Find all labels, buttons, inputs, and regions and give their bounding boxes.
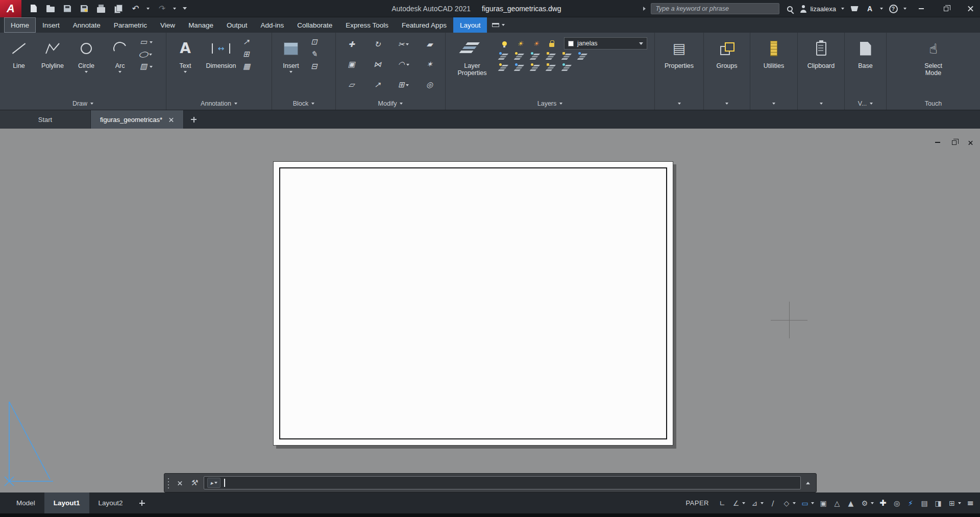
- drawing-area[interactable]: ⚒ ▸: [0, 129, 980, 493]
- save-button[interactable]: [62, 3, 72, 14]
- write-block-button[interactable]: ✎: [311, 51, 317, 58]
- ribbon-tab-manage[interactable]: Manage: [182, 17, 220, 33]
- arc-flyout-caret[interactable]: [118, 71, 121, 73]
- layer-lock-button[interactable]: [547, 53, 556, 61]
- graphics-performance-icon[interactable]: ⚡: [906, 498, 915, 508]
- trim-button[interactable]: ✂: [392, 36, 415, 53]
- move-button[interactable]: ✚: [340, 36, 363, 53]
- layer-lock-toggle[interactable]: [547, 39, 556, 47]
- panel-footer-touch[interactable]: Touch: [887, 97, 980, 110]
- mirror-button[interactable]: ⋈: [366, 57, 389, 73]
- redo-dropdown-caret[interactable]: [173, 8, 176, 10]
- ribbon-tab-parametric[interactable]: Parametric: [107, 17, 154, 33]
- hatch-button[interactable]: ▨: [140, 63, 153, 70]
- dimension-button[interactable]: ↔ Dimension: [203, 35, 239, 97]
- command-customize-button[interactable]: ⚒: [189, 477, 199, 488]
- line-button[interactable]: Line: [3, 35, 35, 97]
- ribbon-display-toggle[interactable]: [487, 17, 510, 33]
- maximize-button[interactable]: [936, 0, 955, 17]
- isolate-objects-icon[interactable]: ◎: [892, 498, 901, 508]
- units-icon[interactable]: ◨: [934, 498, 943, 508]
- layout2-tab[interactable]: Layout2: [89, 493, 132, 513]
- file-tab-close-icon[interactable]: [169, 117, 174, 122]
- minimize-button[interactable]: [912, 0, 931, 17]
- ribbon-tab-home[interactable]: Home: [4, 17, 36, 33]
- define-attributes-button[interactable]: ⊟: [311, 63, 317, 70]
- account-caret[interactable]: [841, 8, 844, 10]
- viewport-toggle-caret[interactable]: [811, 502, 814, 504]
- text-flyout-caret[interactable]: [184, 71, 187, 73]
- polar-tracking-caret[interactable]: [742, 502, 745, 504]
- ribbon-tab-collaborate[interactable]: Collaborate: [290, 17, 339, 33]
- layer-merge-button[interactable]: [547, 64, 556, 72]
- command-input-container[interactable]: ▸: [204, 476, 801, 489]
- layer-match-button[interactable]: [579, 53, 588, 61]
- qat-customize-caret[interactable]: [183, 7, 187, 10]
- ribbon-tab-featured-apps[interactable]: Featured Apps: [395, 17, 453, 33]
- save-as-button[interactable]: [79, 3, 89, 14]
- ribbon-tab-express-tools[interactable]: Express Tools: [339, 17, 395, 33]
- layer-on-toggle[interactable]: [500, 39, 509, 47]
- polar-tracking-icon[interactable]: ∠: [731, 498, 741, 508]
- layer-freeze-button[interactable]: [531, 53, 541, 61]
- command-history-caret[interactable]: [806, 482, 810, 484]
- explode-button[interactable]: ✶: [418, 57, 441, 73]
- text-button[interactable]: A Text: [169, 35, 201, 97]
- account-button[interactable]: lizaalexa: [800, 5, 836, 13]
- array-button[interactable]: ⊞: [392, 77, 415, 93]
- search-button[interactable]: [785, 3, 795, 15]
- layer-thaw-toggle[interactable]: ☀: [516, 39, 525, 47]
- utilities-button[interactable]: Utilities: [753, 35, 794, 97]
- panel-footer-layers[interactable]: Layers: [446, 97, 654, 110]
- open-button[interactable]: [45, 3, 56, 14]
- snap-corner-icon[interactable]: ∟: [718, 498, 727, 508]
- search-expand-chevron-icon[interactable]: [643, 7, 646, 11]
- new-layout-button[interactable]: [132, 500, 152, 506]
- autodesk-a-button[interactable]: A: [865, 3, 875, 15]
- layer-vp-freeze-toggle[interactable]: ☀: [531, 39, 541, 47]
- circle-button[interactable]: Circle: [70, 35, 102, 97]
- layer-delete-button[interactable]: [563, 64, 572, 72]
- panel-footer-clipboard[interactable]: [798, 97, 844, 110]
- drawing-restore-button[interactable]: [950, 139, 958, 146]
- command-close-button[interactable]: [175, 477, 184, 488]
- undo-button[interactable]: ↶: [130, 3, 140, 14]
- circle-flyout-caret[interactable]: [85, 71, 88, 73]
- properties-button[interactable]: ▤ Properties: [658, 35, 700, 97]
- recent-commands-button[interactable]: ▸: [207, 478, 220, 488]
- autocad-logo-button[interactable]: A: [0, 0, 21, 17]
- space-mode-label[interactable]: PAPER: [685, 499, 709, 507]
- help-button[interactable]: ?: [888, 3, 898, 15]
- command-input[interactable]: [229, 479, 797, 487]
- plot-button[interactable]: [96, 3, 106, 14]
- arc-button[interactable]: Arc: [104, 35, 136, 97]
- isometric-drafting-icon[interactable]: ◇: [782, 498, 791, 508]
- layer-unlock-button[interactable]: [563, 53, 572, 61]
- erase-button[interactable]: ▰: [418, 36, 441, 53]
- command-line-grip[interactable]: [167, 477, 170, 488]
- base-button[interactable]: Base: [848, 35, 883, 97]
- panel-footer-annotation[interactable]: Annotation: [166, 97, 272, 110]
- redo-button[interactable]: ↷: [156, 3, 166, 14]
- quick-properties-icon[interactable]: ⊞: [947, 498, 957, 508]
- layer-previous-button[interactable]: [500, 64, 509, 72]
- panel-footer-block[interactable]: Block: [272, 97, 335, 110]
- new-file-button[interactable]: [29, 3, 39, 14]
- file-tab-start[interactable]: Start: [0, 110, 91, 129]
- ribbon-tab-layout[interactable]: Layout: [453, 17, 487, 33]
- select-mode-button[interactable]: ☝ Select Mode: [917, 35, 950, 97]
- annotation-visibility-icon[interactable]: ▣: [819, 498, 828, 508]
- viewport-toggle-icon[interactable]: ▭: [800, 498, 810, 508]
- layer-state-button[interactable]: [531, 64, 541, 72]
- layer-walk-button[interactable]: [516, 64, 525, 72]
- app-store-button[interactable]: [849, 3, 860, 15]
- ribbon-tab-insert[interactable]: Insert: [36, 17, 66, 33]
- panel-footer-groups[interactable]: [704, 97, 750, 110]
- fillet-button[interactable]: ◠: [392, 57, 415, 73]
- layer-properties-button[interactable]: Layer Properties: [449, 35, 496, 97]
- workspace-gear-caret[interactable]: [871, 502, 874, 504]
- object-snap-icon[interactable]: ⊿: [750, 498, 759, 508]
- help-caret[interactable]: [903, 8, 906, 10]
- drawing-close-button[interactable]: [967, 139, 974, 146]
- ribbon-tab-output[interactable]: Output: [220, 17, 254, 33]
